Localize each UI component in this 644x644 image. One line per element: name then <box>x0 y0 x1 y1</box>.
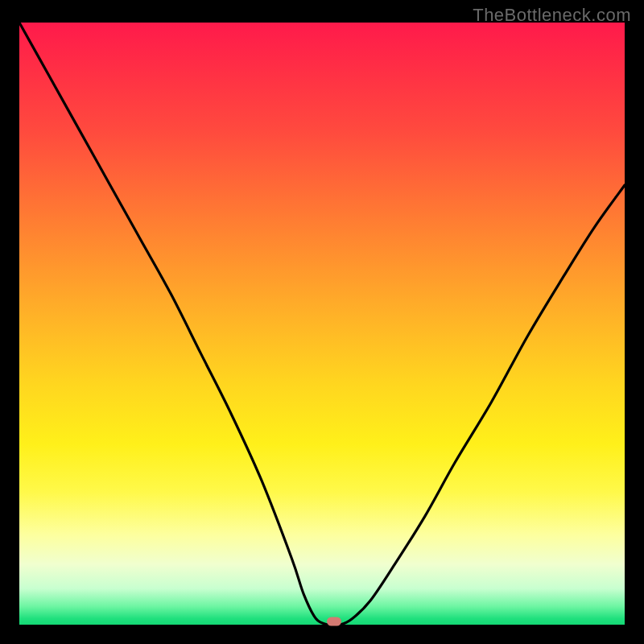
optimal-marker <box>327 617 341 626</box>
plot-area <box>19 23 625 625</box>
chart-frame: TheBottleneck.com <box>0 0 644 644</box>
curve-path <box>19 23 625 625</box>
plot-inner <box>19 23 625 625</box>
bottleneck-curve <box>19 23 625 625</box>
watermark-text: TheBottleneck.com <box>473 5 631 26</box>
